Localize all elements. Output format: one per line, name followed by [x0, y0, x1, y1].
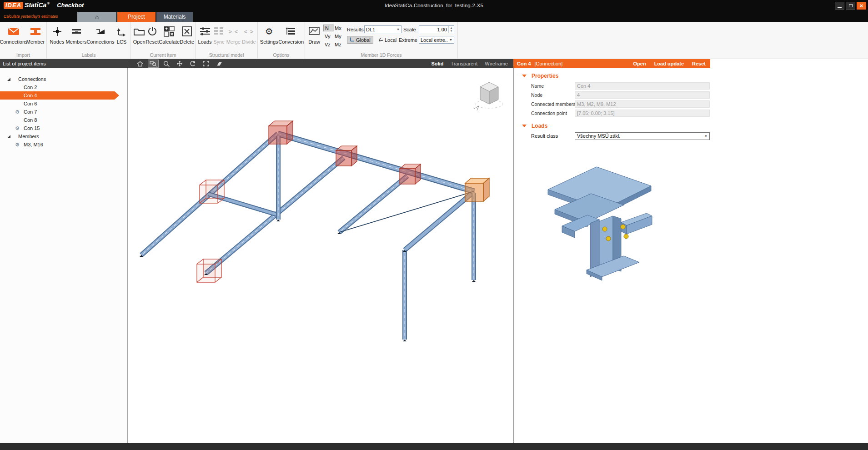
- ribbon-group-labels: Nodes Members Connections LCS Labels: [47, 22, 131, 59]
- open-folder-icon: [133, 24, 146, 39]
- connection-preview-3d[interactable]: [537, 154, 664, 281]
- view-mode-switch: Solid Transparent Wireframe: [431, 61, 508, 66]
- detail-reset-button[interactable]: Reset: [692, 61, 706, 66]
- spinner-down-icon[interactable]: ▼: [449, 30, 454, 33]
- tab-project[interactable]: Project: [117, 12, 156, 22]
- properties-section-header[interactable]: Properties: [514, 70, 868, 81]
- status-bar: [0, 443, 868, 450]
- sync-button[interactable]: Sync: [212, 24, 226, 52]
- calculate-button[interactable]: Calculate: [159, 24, 180, 52]
- labels-members-button[interactable]: Members: [65, 24, 87, 52]
- detail-load-update-button[interactable]: Load update: [654, 61, 684, 66]
- pan-button[interactable]: [175, 60, 185, 67]
- conversion-icon: [285, 24, 297, 39]
- results-label: Results: [347, 27, 364, 32]
- force-component-vy[interactable]: Vy: [323, 33, 334, 40]
- ribbon: Connections Member Import Nodes Members: [0, 22, 868, 59]
- delete-button[interactable]: Delete: [180, 24, 194, 52]
- property-row-node: Node 4: [514, 90, 711, 100]
- minimize-icon: [838, 7, 842, 8]
- tree-item-con6[interactable]: Con 6: [0, 100, 127, 108]
- maximize-icon: [849, 4, 853, 7]
- tree-item-con15[interactable]: ⚙Con 15: [0, 124, 127, 132]
- reset-button[interactable]: Reset: [146, 24, 159, 52]
- gear-icon: ⚙: [15, 141, 20, 148]
- tree-item-con8[interactable]: Con 8: [0, 116, 127, 124]
- view-mode-wireframe[interactable]: Wireframe: [485, 61, 508, 66]
- ribbon-group-options: ⚙ Settings Conversion Options: [258, 22, 305, 59]
- rotate-button[interactable]: [188, 60, 198, 67]
- labels-connections-button[interactable]: Connections: [87, 24, 114, 52]
- ribbon-group-import: Connections Member Import: [0, 22, 47, 59]
- gear-icon: ⚙: [15, 125, 20, 131]
- minimize-button[interactable]: [835, 2, 844, 10]
- force-component-my[interactable]: My: [333, 33, 344, 40]
- group-label-structural-model: Structural model: [196, 52, 257, 58]
- detail-type: [Connection]: [535, 61, 563, 66]
- fit-button[interactable]: [201, 60, 211, 67]
- spinner-up-icon[interactable]: ▲: [449, 26, 454, 30]
- node-markers: [140, 220, 476, 341]
- force-component-mz[interactable]: Mz: [333, 41, 344, 48]
- scale-spinner[interactable]: 1.00 ▲▼: [419, 25, 454, 33]
- zoom-button[interactable]: [161, 60, 171, 67]
- extreme-dropdown[interactable]: Local extre... ▼: [419, 36, 454, 44]
- gear-icon: ⚙: [15, 109, 20, 115]
- tab-home[interactable]: ⌂: [77, 12, 116, 22]
- connections-label-icon: [95, 24, 106, 39]
- tree-item-con7[interactable]: ⚙Con 7: [0, 108, 127, 116]
- labels-lcs-button[interactable]: LCS: [114, 24, 129, 52]
- model-viewport[interactable]: [128, 68, 513, 443]
- view-home-button[interactable]: [135, 60, 145, 67]
- dropdown-arrow-icon: ▼: [449, 38, 452, 41]
- property-row-result-class: Result class Všechny MSÚ zákl. ▼: [514, 131, 711, 140]
- measure-button[interactable]: [214, 60, 224, 67]
- zoom-window-button[interactable]: [148, 60, 158, 67]
- global-toggle-button[interactable]: Global: [347, 36, 373, 44]
- group-label-current-item: Current item: [131, 52, 195, 58]
- expand-triangle-icon[interactable]: [7, 78, 10, 81]
- import-connections-button[interactable]: Connections: [2, 24, 25, 52]
- tree-item-con4[interactable]: Con 4: [0, 91, 119, 100]
- close-button[interactable]: ×: [857, 2, 866, 10]
- merge-button[interactable]: > < Merge: [226, 24, 241, 52]
- settings-button[interactable]: ⚙ Settings: [260, 24, 278, 52]
- detail-panel-header: Con 4 [Connection] Open Load update Rese…: [513, 59, 710, 68]
- ribbon-group-member-forces: Draw N Vy Vz Mx My Mz Results DL1 ▼ Glob…: [305, 22, 458, 59]
- delete-icon: [181, 24, 193, 39]
- tree-group-connections[interactable]: Connections: [0, 75, 127, 83]
- loads-button[interactable]: Loads: [197, 24, 212, 52]
- project-items-tree: Connections Con 2 Con 4 Con 6 ⚙Con 7 Con…: [0, 68, 128, 443]
- result-class-dropdown[interactable]: Všechny MSÚ zákl. ▼: [575, 132, 710, 140]
- force-component-mx[interactable]: Mx: [333, 25, 344, 31]
- force-component-vz[interactable]: Vz: [323, 41, 334, 48]
- results-dropdown[interactable]: DL1 ▼: [364, 25, 401, 33]
- local-axes-icon: [378, 37, 383, 43]
- tree-group-members[interactable]: Members: [0, 132, 127, 140]
- labels-nodes-button[interactable]: Nodes: [49, 24, 65, 52]
- group-label-member-forces: Member 1D Forces: [305, 52, 457, 58]
- view-mode-transparent[interactable]: Transparent: [451, 61, 477, 66]
- draw-icon: [308, 24, 321, 39]
- import-member-button[interactable]: Member: [25, 24, 45, 52]
- detail-open-button[interactable]: Open: [633, 61, 646, 66]
- open-button[interactable]: Open: [133, 24, 146, 52]
- detail-panel: Properties Name Con 4 Node 4 Connected m…: [513, 68, 868, 443]
- maximize-button[interactable]: [846, 2, 855, 10]
- tab-materials[interactable]: Materials: [156, 12, 193, 22]
- nodes-icon: [51, 24, 63, 39]
- tree-item-m3-m16[interactable]: ⚙M3, M16: [0, 140, 127, 149]
- force-component-n[interactable]: N: [323, 25, 334, 31]
- loads-section-header[interactable]: Loads: [514, 120, 868, 131]
- expand-triangle-icon[interactable]: [7, 135, 10, 138]
- view-mode-solid[interactable]: Solid: [431, 61, 443, 66]
- conversion-button[interactable]: Conversion: [278, 24, 304, 52]
- draw-button[interactable]: Draw: [306, 24, 322, 52]
- local-toggle-button[interactable]: Local: [376, 36, 399, 44]
- loads-icon: [199, 24, 211, 39]
- connection-box-wireframe: [197, 259, 221, 282]
- dropdown-arrow-icon: ▼: [396, 28, 400, 31]
- ribbon-group-structural-model: Loads Sync > < Merge < > Divide Structur…: [196, 22, 258, 59]
- divide-button[interactable]: < > Divide: [241, 24, 256, 52]
- tree-item-con2[interactable]: Con 2: [0, 83, 127, 91]
